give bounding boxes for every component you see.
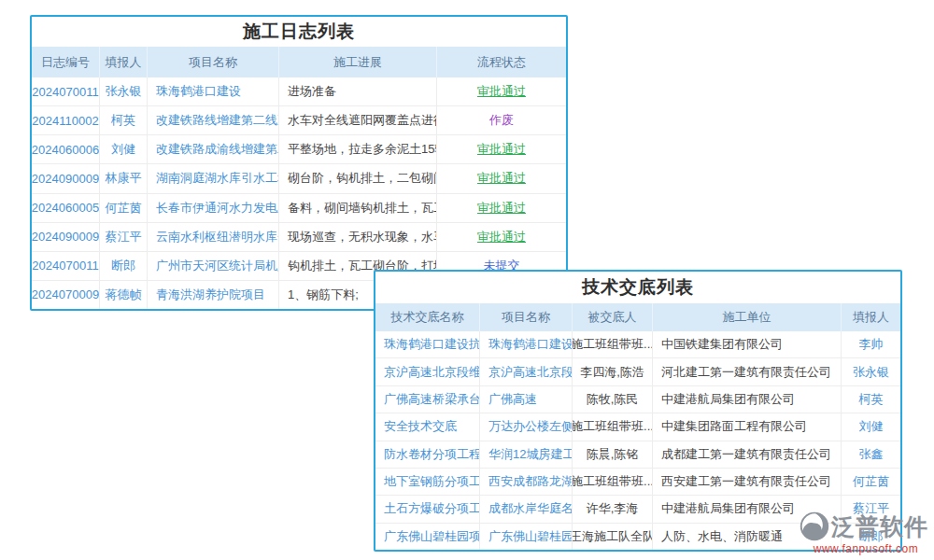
log-id-link[interactable]: 2024070009 bbox=[32, 281, 100, 309]
disclosure-name-link[interactable]: 土石方爆破分项工程... bbox=[375, 496, 480, 522]
disclosure-table-header: 技术交底名称 项目名称 被交底人 施工单位 填报人 bbox=[375, 303, 900, 331]
progress-text: 现场巡查，无积水现象，水马... bbox=[279, 223, 437, 251]
disclosure-name-link[interactable]: 广佛高速桥梁承台施... bbox=[375, 386, 480, 413]
project-link[interactable]: 京沪高速北京段维修 bbox=[480, 358, 573, 385]
log-id-link[interactable]: 2024060006 bbox=[32, 135, 100, 163]
status-badge[interactable]: 审批通过 bbox=[437, 194, 566, 222]
table-row: 2024090009林康平湖南洞庭湖水库引水工程...砌台阶，钩机排土，二包砌间… bbox=[32, 164, 566, 193]
reporter-link[interactable]: 柯英 bbox=[842, 386, 900, 413]
progress-text: 水车对全线遮阳网覆盖点进行... bbox=[279, 106, 437, 134]
log-id-link[interactable]: 2024070011 bbox=[32, 252, 100, 280]
receiver-text: 王海施工队全队 bbox=[573, 524, 653, 550]
disclosure-table-title: 技术交底列表 bbox=[375, 272, 900, 303]
project-link[interactable]: 云南水利枢纽潜明水库一... bbox=[148, 223, 279, 251]
project-link[interactable]: 青海洪湖养护院项目 bbox=[148, 281, 279, 309]
receiver-text: 施工班组带班... bbox=[573, 469, 653, 495]
column-header-reporter: 填报人 bbox=[842, 303, 900, 331]
status-badge[interactable]: 审批通过 bbox=[437, 77, 566, 105]
brand-name: 泛普软件 bbox=[831, 515, 928, 539]
unit-text: 河北建工第一建筑有限责任公司 bbox=[653, 358, 842, 385]
reporter-link[interactable]: 刘健 bbox=[842, 413, 900, 440]
project-link[interactable]: 湖南洞庭湖水库引水工程... bbox=[148, 164, 279, 192]
technical-disclosure-table: 技术交底列表 技术交底名称 项目名称 被交底人 施工单位 填报人 珠海鹤港口建设… bbox=[374, 270, 902, 552]
reporter-link[interactable]: 李帅 bbox=[842, 331, 900, 357]
table-row: 2024060005何芷茵长春市伊通河水力发电厂...备料，砌间墙钩机排土，瓦工… bbox=[32, 194, 566, 223]
unit-text: 中建集团路面工程有限公司 bbox=[653, 413, 842, 440]
progress-text: 平整场地，拉走多余泥土15辆... bbox=[279, 135, 437, 163]
unit-text: 西安建工第一建筑有限责任公司 bbox=[653, 469, 842, 495]
disclosure-name-link[interactable]: 珠海鹤港口建设抗浮... bbox=[375, 331, 480, 357]
reporter-link[interactable]: 张鑫 bbox=[842, 441, 900, 468]
disclosure-name-link[interactable]: 京沪高速北京段维修... bbox=[375, 358, 480, 385]
table-row: 2024090009蔡江平云南水利枢纽潜明水库一...现场巡查，无积水现象，水马… bbox=[32, 223, 566, 252]
project-link[interactable]: 华润12城房建工... bbox=[480, 441, 573, 468]
project-link[interactable]: 珠海鹤港口建设 bbox=[148, 77, 279, 105]
log-id-link[interactable]: 2024060005 bbox=[32, 194, 100, 222]
column-header-project: 项目名称 bbox=[480, 303, 573, 331]
project-link[interactable]: 长春市伊通河水力发电厂... bbox=[148, 194, 279, 222]
status-badge[interactable]: 审批通过 bbox=[437, 164, 566, 192]
log-table-header: 日志编号 填报人 项目名称 施工进展 流程状态 bbox=[32, 47, 566, 77]
unit-text: 中建港航局集团有限公司 bbox=[653, 386, 842, 413]
disclosure-name-link[interactable]: 地下室钢筋分项工程... bbox=[375, 469, 480, 495]
receiver-text: 李四海,陈浩 bbox=[573, 358, 653, 385]
reporter-link[interactable]: 张永银 bbox=[842, 358, 900, 385]
reporter-link[interactable]: 蒋德帧 bbox=[100, 281, 148, 309]
column-header-unit: 施工单位 bbox=[653, 303, 842, 331]
status-badge[interactable]: 审批通过 bbox=[437, 135, 566, 163]
table-row: 广佛高速桥梁承台施...广佛高速陈牧,陈民中建港航局集团有限公司柯英 bbox=[375, 386, 900, 413]
project-link[interactable]: 万达办公楼左侧A... bbox=[480, 413, 573, 440]
disclosure-name-link[interactable]: 广东佛山碧桂园项目... bbox=[375, 524, 480, 550]
column-header-status: 流程状态 bbox=[437, 47, 566, 77]
status-badge[interactable]: 审批通过 bbox=[437, 223, 566, 251]
table-row: 京沪高速北京段维修...京沪高速北京段维修李四海,陈浩河北建工第一建筑有限责任公… bbox=[375, 358, 900, 385]
project-link[interactable]: 西安成都路龙湖上... bbox=[480, 469, 573, 495]
log-id-link[interactable]: 2024070011 bbox=[32, 77, 100, 105]
reporter-link[interactable]: 张永银 bbox=[100, 77, 148, 105]
table-row: 2024110002柯英改建铁路线增建第二线直...水车对全线遮阳网覆盖点进行.… bbox=[32, 106, 566, 135]
receiver-text: 施工班组带班... bbox=[573, 413, 653, 440]
fanpu-logo-icon bbox=[800, 511, 829, 541]
table-row: 2024070011张永银珠海鹤港口建设进场准备审批通过 bbox=[32, 77, 566, 106]
receiver-text: 施工班组带班... bbox=[573, 331, 653, 357]
reporter-link[interactable]: 蔡江平 bbox=[100, 223, 148, 251]
brand-url: www.fanpusoft.com bbox=[800, 542, 932, 555]
fanpu-watermark: 泛普软件 www.fanpusoft.com bbox=[800, 511, 932, 555]
receiver-text: 许华,李海 bbox=[573, 496, 653, 522]
reporter-link[interactable]: 断郎 bbox=[100, 252, 148, 280]
disclosure-name-link[interactable]: 安全技术交底 bbox=[375, 413, 480, 440]
column-header-disclosure-name: 技术交底名称 bbox=[375, 303, 480, 331]
reporter-link[interactable]: 林康平 bbox=[100, 164, 148, 192]
project-link[interactable]: 改建铁路成渝线增建第二... bbox=[148, 135, 279, 163]
reporter-link[interactable]: 何芷茵 bbox=[842, 469, 900, 495]
project-link[interactable]: 广东佛山碧桂园项目 bbox=[480, 524, 573, 550]
table-row: 安全技术交底万达办公楼左侧A...施工班组带班...中建集团路面工程有限公司刘健 bbox=[375, 413, 900, 441]
log-id-link[interactable]: 2024090009 bbox=[32, 223, 100, 251]
column-header-reporter: 填报人 bbox=[100, 47, 148, 77]
column-header-project: 项目名称 bbox=[148, 47, 279, 77]
project-link[interactable]: 广州市天河区统计局机房... bbox=[148, 252, 279, 280]
project-link[interactable]: 成都水岸华庭名苑... bbox=[480, 496, 573, 522]
reporter-link[interactable]: 刘健 bbox=[100, 135, 148, 163]
log-id-link[interactable]: 2024090009 bbox=[32, 164, 100, 192]
column-header-progress: 施工进展 bbox=[279, 47, 437, 77]
log-id-link[interactable]: 2024110002 bbox=[32, 106, 100, 134]
page: 施工日志列表 日志编号 填报人 项目名称 施工进展 流程状态 202407001… bbox=[0, 0, 934, 560]
reporter-link[interactable]: 柯英 bbox=[100, 106, 148, 134]
progress-text: 备料，砌间墙钩机排土，瓦工... bbox=[279, 194, 437, 222]
progress-text: 砌台阶，钩机排土，二包砌间... bbox=[279, 164, 437, 192]
receiver-text: 陈晨,陈铭 bbox=[573, 441, 653, 468]
unit-text: 成都建工第一建筑有限责任公司 bbox=[653, 441, 842, 468]
project-link[interactable]: 珠海鹤港口建设 bbox=[480, 331, 573, 357]
log-table-title: 施工日志列表 bbox=[32, 17, 566, 47]
status-badge: 作废 bbox=[437, 106, 566, 134]
column-header-log-id: 日志编号 bbox=[32, 47, 100, 77]
reporter-link[interactable]: 何芷茵 bbox=[100, 194, 148, 222]
table-row: 珠海鹤港口建设抗浮...珠海鹤港口建设施工班组带班...中国铁建集团有限公司李帅 bbox=[375, 331, 900, 358]
construction-log-table: 施工日志列表 日志编号 填报人 项目名称 施工进展 流程状态 202407001… bbox=[30, 15, 568, 311]
table-row: 防水卷材分项工程施...华润12城房建工...陈晨,陈铭成都建工第一建筑有限责任… bbox=[375, 441, 900, 469]
table-row: 2024060006刘健改建铁路成渝线增建第二...平整场地，拉走多余泥土15辆… bbox=[32, 135, 566, 164]
project-link[interactable]: 改建铁路线增建第二线直... bbox=[148, 106, 279, 134]
disclosure-name-link[interactable]: 防水卷材分项工程施... bbox=[375, 441, 480, 468]
project-link[interactable]: 广佛高速 bbox=[480, 386, 573, 413]
